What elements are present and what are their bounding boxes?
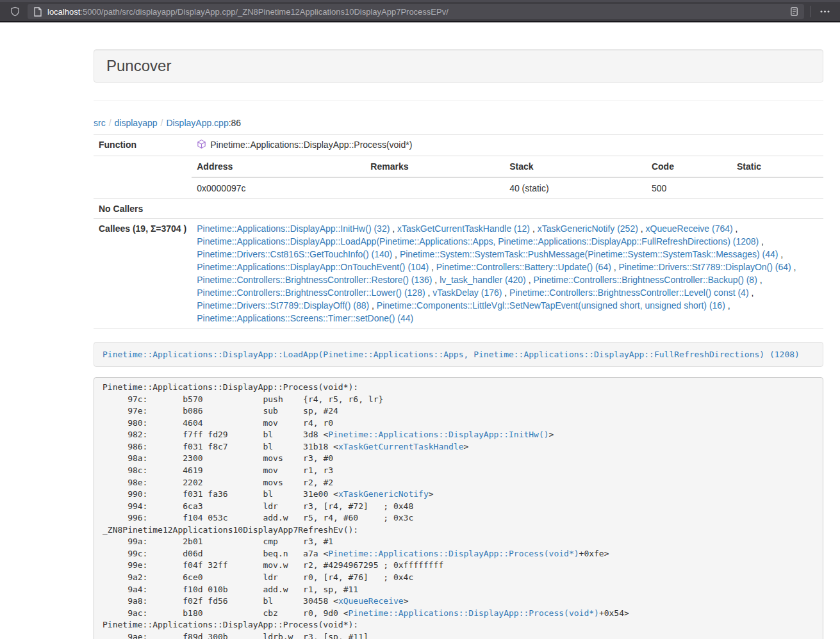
callee-separator: ,: [757, 275, 762, 285]
callee-link[interactable]: Pinetime::Controllers::Battery::Update()…: [436, 262, 611, 272]
breadcrumb-separator: /: [106, 118, 115, 128]
stats-value-row: 0x0000097c 40 (static) 500: [192, 177, 823, 198]
callee-separator: ,: [530, 223, 538, 234]
reader-mode-icon[interactable]: [789, 6, 799, 17]
callee-link[interactable]: Pinetime::Applications::DisplayApp::Load…: [197, 236, 759, 247]
stats-row-spacer: [94, 156, 192, 199]
callers-list: [192, 199, 823, 219]
callee-separator: ,: [425, 287, 433, 298]
loadapp-callee-link[interactable]: Pinetime::Applications::DisplayApp::Load…: [103, 350, 800, 359]
callee-link[interactable]: Pinetime::Controllers::BrightnessControl…: [509, 287, 748, 298]
function-label: Function: [94, 135, 192, 156]
url-path: :5000/path/src/displayapp/DisplayApp.cpp…: [80, 7, 449, 17]
url-host: localhost: [47, 7, 80, 17]
code-symbol-link[interactable]: Pinetime::Applications::DisplayApp::Proc…: [349, 608, 599, 618]
code-symbol-link[interactable]: xTaskGetCurrentTaskHandle: [338, 442, 464, 451]
callee-link[interactable]: Pinetime::Controllers::BrightnessControl…: [533, 275, 757, 285]
main-content: Puncover src/displayapp/DisplayApp.cpp:8…: [94, 49, 823, 639]
callee-separator: ,: [725, 300, 730, 311]
divider: [94, 101, 823, 101]
callee-separator: ,: [429, 262, 436, 272]
callee-link[interactable]: Pinetime::Applications::DisplayApp::OnTo…: [197, 262, 429, 272]
breadcrumb-line-number: :86: [229, 118, 241, 128]
callee-separator: ,: [390, 223, 397, 234]
breadcrumb: src/displayapp/DisplayApp.cpp:86: [94, 117, 823, 129]
breadcrumb-link[interactable]: DisplayApp.cpp: [166, 118, 228, 128]
breadcrumb-separator: /: [158, 118, 167, 128]
function-name: Pinetime::Applications::DisplayApp::Proc…: [210, 140, 412, 150]
callee-separator: ,: [749, 287, 754, 298]
code-symbol-link[interactable]: Pinetime::Applications::DisplayApp::Proc…: [328, 549, 579, 558]
no-callers-label: No Callers: [94, 199, 192, 219]
toolbar-divider: [810, 6, 811, 17]
callee-separator: ,: [432, 275, 440, 285]
callee-link[interactable]: Pinetime::Controllers::BrightnessControl…: [197, 287, 425, 298]
column-header-code: Code: [646, 156, 732, 177]
highlighted-callee-panel: Pinetime::Applications::DisplayApp::Load…: [94, 342, 823, 367]
callee-separator: ,: [502, 287, 509, 298]
overflow-menu-button[interactable]: [816, 10, 834, 13]
stats-header-row: Address Remarks Stack Code Static: [192, 156, 823, 177]
callee-link[interactable]: lv_task_handler (420): [440, 275, 526, 285]
browser-toolbar: localhost:5000/path/src/displayapp/Displ…: [0, 2, 840, 22]
stack-value: 40 (static): [504, 177, 646, 198]
column-header-address: Address: [192, 156, 365, 177]
tracking-protection-shield-icon[interactable]: [10, 6, 20, 17]
callees-row: Callees (19, Σ=3704 ) Pinetime::Applicat…: [94, 219, 823, 328]
callee-separator: ,: [526, 275, 534, 285]
callee-separator: ,: [369, 300, 377, 311]
stats-row: Address Remarks Stack Code Static 0x0000…: [94, 156, 823, 199]
breadcrumb-link[interactable]: src: [94, 118, 106, 128]
page-title: Puncover: [106, 57, 171, 74]
callee-separator: ,: [392, 249, 400, 259]
page-info-icon[interactable]: [34, 7, 42, 17]
callee-separator: ,: [638, 223, 646, 234]
static-value: [732, 177, 823, 198]
callers-row: No Callers: [94, 199, 823, 219]
callee-link[interactable]: Pinetime::Drivers::St7789::DisplayOff() …: [197, 300, 369, 311]
callees-list: Pinetime::Applications::DisplayApp::Init…: [192, 219, 823, 328]
callee-link[interactable]: Pinetime::Applications::Screens::Timer::…: [197, 313, 413, 323]
function-row: Function Pinetime::Applications::Display…: [94, 135, 823, 156]
app-header: Puncover: [94, 49, 823, 83]
column-header-stack: Stack: [504, 156, 646, 177]
callee-link[interactable]: xTaskGetCurrentTaskHandle (12): [397, 223, 530, 234]
code-symbol-link[interactable]: Pinetime::Applications::DisplayApp::Init…: [328, 430, 548, 439]
callees-label: Callees (19, Σ=3704 ): [94, 219, 192, 328]
url-bar[interactable]: localhost:5000/path/src/displayapp/Displ…: [28, 4, 804, 19]
callee-link[interactable]: xTaskGenericNotify (252): [538, 223, 638, 234]
callee-separator: ,: [791, 262, 796, 272]
callee-link[interactable]: Pinetime::Controllers::BrightnessControl…: [197, 275, 432, 285]
column-header-static: Static: [732, 156, 823, 177]
callee-link[interactable]: Pinetime::Drivers::St7789::DisplayOn() (…: [619, 262, 791, 272]
callee-link[interactable]: Pinetime::Components::LittleVgl::SetNewT…: [377, 300, 725, 311]
callee-separator: ,: [778, 249, 783, 259]
breadcrumb-link[interactable]: displayapp: [115, 118, 158, 128]
address-value: 0x0000097c: [192, 177, 365, 198]
column-header-remarks: Remarks: [365, 156, 504, 177]
callee-separator: ,: [759, 236, 764, 247]
callee-link[interactable]: vTaskDelay (176): [432, 287, 502, 298]
callee-separator: ,: [611, 262, 619, 272]
remarks-value: [365, 177, 504, 198]
callee-separator: ,: [733, 223, 738, 234]
callee-link[interactable]: xQueueReceive (764): [646, 223, 733, 234]
disassembly-pre: Pinetime::Applications::DisplayApp::Proc…: [94, 377, 823, 639]
code-symbol-link[interactable]: xQueueReceive: [338, 596, 404, 606]
function-table: Function Pinetime::Applications::Display…: [94, 134, 823, 328]
url-text: localhost:5000/path/src/displayapp/Displ…: [47, 7, 449, 17]
symbol-stats-table: Address Remarks Stack Code Static 0x0000…: [192, 156, 823, 198]
callee-link[interactable]: Pinetime::Drivers::Cst816S::GetTouchInfo…: [197, 249, 392, 259]
code-value: 500: [646, 177, 732, 198]
code-symbol-link[interactable]: xTaskGenericNotify: [338, 489, 429, 499]
callee-link[interactable]: Pinetime::System::SystemTask::PushMessag…: [400, 249, 778, 259]
callee-link[interactable]: Pinetime::Applications::DisplayApp::Init…: [197, 223, 390, 234]
package-icon: [197, 139, 206, 152]
